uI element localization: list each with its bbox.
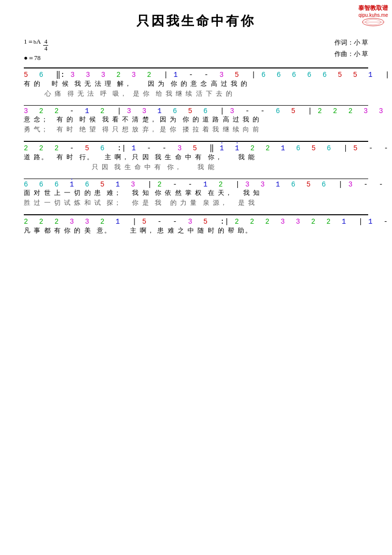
note: 3 bbox=[70, 71, 74, 79]
note: 3 bbox=[230, 107, 234, 115]
barline: | bbox=[148, 181, 152, 188]
note: 6 bbox=[296, 144, 300, 152]
barline: | bbox=[235, 181, 239, 188]
time-top: 4 bbox=[43, 39, 48, 46]
note: 3 bbox=[245, 181, 249, 188]
barline: | bbox=[308, 107, 312, 115]
lyrics-5a: 凡 事 都 有 你 的 美 意。 主 啊， 患 难 之 中 随 时 的 帮 助。 bbox=[24, 226, 368, 235]
dash: - bbox=[189, 71, 193, 79]
barline: | bbox=[385, 71, 389, 79]
note: 1 bbox=[85, 107, 89, 115]
lyrics-1a: 有 的 时 候 我 无 法 理 解， 因 为 你 的 意 念 高 过 我 的 bbox=[24, 79, 368, 88]
note: 6 bbox=[261, 71, 265, 79]
song-title: 只因我生命中有你 bbox=[24, 12, 368, 30]
barline: | bbox=[358, 218, 362, 226]
barline: | bbox=[343, 144, 347, 152]
score-block-2: 3 2 2 - 1 2 | 3 3 1 6 5 6 | 3 - - 6 5 | … bbox=[24, 105, 368, 134]
note: 5 bbox=[142, 218, 146, 226]
note: 1· bbox=[235, 144, 239, 152]
note: 2 bbox=[265, 218, 269, 226]
note: 6 bbox=[307, 71, 311, 79]
barline: | bbox=[164, 71, 168, 79]
note: 2 bbox=[24, 218, 28, 226]
note: 2 bbox=[55, 144, 59, 152]
note: 1· bbox=[69, 181, 73, 188]
note: 3 bbox=[69, 218, 73, 226]
note: 5 bbox=[306, 181, 310, 188]
notes-2: 3 2 2 - 1 2 | 3 3 1 6 5 6 | 3 - - 6 5 | … bbox=[24, 107, 368, 115]
dash: - bbox=[384, 218, 388, 226]
rule-5 bbox=[24, 214, 368, 215]
watermark-emblem bbox=[358, 18, 388, 26]
rule-1 bbox=[24, 67, 368, 68]
note: 3 bbox=[85, 218, 89, 226]
note: 6 bbox=[100, 144, 104, 152]
note: 1· bbox=[220, 144, 224, 152]
note: 1 bbox=[174, 71, 178, 79]
watermark-line1: 泰智教取谱 bbox=[358, 4, 388, 12]
note: 1 bbox=[281, 144, 285, 152]
note: 5 bbox=[291, 107, 295, 115]
note: 1 bbox=[131, 144, 135, 152]
score-block-1: 5 6 ‖: 3 3 3 2 3 2 | 1 - - 3 5 | 6 6 6 6… bbox=[24, 67, 368, 98]
note: 2 bbox=[39, 144, 43, 152]
notes-3: 2 2 2 - 5 6 :| 1 - - 3 5 ‖ 1· 1· 2 2 1 bbox=[24, 143, 368, 153]
note: 5 bbox=[188, 107, 192, 115]
slur-group: 3 2 2 bbox=[24, 107, 69, 115]
notes-5: 2 2 2 3 3 2 1 | 5 - - 3 5 :| 2 2 2 3 3 2… bbox=[24, 217, 368, 226]
note: 6 bbox=[292, 71, 296, 79]
barline: | bbox=[117, 107, 121, 115]
dash: - bbox=[379, 181, 383, 188]
note: 6 bbox=[85, 181, 89, 188]
main-content: 只因我生命中有你 1＝ b A 4 4 ●＝78 作词：小 草 作曲：小 草 bbox=[0, 0, 392, 253]
note: 2 bbox=[39, 218, 43, 226]
dash: - bbox=[364, 181, 368, 188]
note: 6 bbox=[276, 107, 280, 115]
note: 5 bbox=[193, 144, 197, 152]
note: 2 bbox=[235, 218, 239, 226]
author-info: 作词：小 草 作曲：小 草 bbox=[334, 37, 368, 60]
time-bottom: 4 bbox=[43, 46, 48, 52]
lyrics-2b: 勇 气； 有 时 绝 望 得 只 想 放 弃， 是 你 搂 拉 着 我 继 续 … bbox=[24, 125, 368, 134]
note: 2 bbox=[250, 144, 254, 152]
note: 2 bbox=[333, 107, 337, 115]
note: 3 bbox=[101, 71, 105, 79]
tempo-dot: ● bbox=[24, 54, 28, 62]
note: 3 bbox=[127, 107, 131, 115]
barline: | bbox=[132, 218, 136, 226]
rule-3 bbox=[24, 141, 368, 142]
note: 3 bbox=[24, 107, 28, 115]
note: 2 bbox=[327, 218, 330, 226]
note: 5 bbox=[353, 71, 357, 79]
note: 5 bbox=[85, 144, 89, 152]
dash: - bbox=[384, 144, 388, 152]
note: 5 bbox=[353, 144, 357, 152]
tempo-value: ＝78 bbox=[28, 54, 41, 62]
note: 6 bbox=[291, 181, 295, 188]
lyrics-4a: 面 对 世 上 一 切 的 患 难； 我 知 你 依 然 掌 权 在 天， 我 … bbox=[24, 188, 368, 197]
note: 3 bbox=[261, 181, 264, 188]
note: 1 bbox=[342, 218, 346, 226]
key-line: 1＝ b A 4 4 bbox=[24, 37, 48, 52]
note: 1 bbox=[368, 71, 372, 79]
key-prefix: 1＝ bbox=[24, 37, 34, 47]
note: 2 bbox=[147, 71, 151, 79]
note: 2 bbox=[100, 107, 104, 115]
barline: | bbox=[220, 107, 224, 115]
dash: - bbox=[245, 107, 249, 115]
note: 2 bbox=[219, 181, 223, 188]
note: 3 bbox=[364, 107, 368, 115]
dash: - bbox=[173, 181, 177, 188]
notes-1: 5 6 ‖: 3 3 3 2 3 2 | 1 - - 3 5 | 6 6 6 6… bbox=[24, 70, 368, 79]
note: 6 bbox=[327, 144, 330, 152]
dash: - bbox=[69, 107, 73, 115]
barline: | bbox=[252, 71, 256, 79]
score-block-4: 6 6 6 1· 6 5 1 3 | 2 - - 1 2 | 3 3 1 6 5… bbox=[24, 179, 368, 208]
repeat-open: ‖: bbox=[56, 71, 65, 79]
watermark-line2: qipu.kuhs.me bbox=[359, 12, 388, 18]
dash: - bbox=[261, 107, 264, 115]
note: 3 bbox=[131, 181, 135, 188]
note: 6 bbox=[203, 107, 207, 115]
lyrics-1b: 心 痛 得 无 法 呼 吸， 是 你 给 我 继 续 活 下 去 的 bbox=[24, 89, 368, 98]
note: 6 bbox=[55, 181, 59, 188]
